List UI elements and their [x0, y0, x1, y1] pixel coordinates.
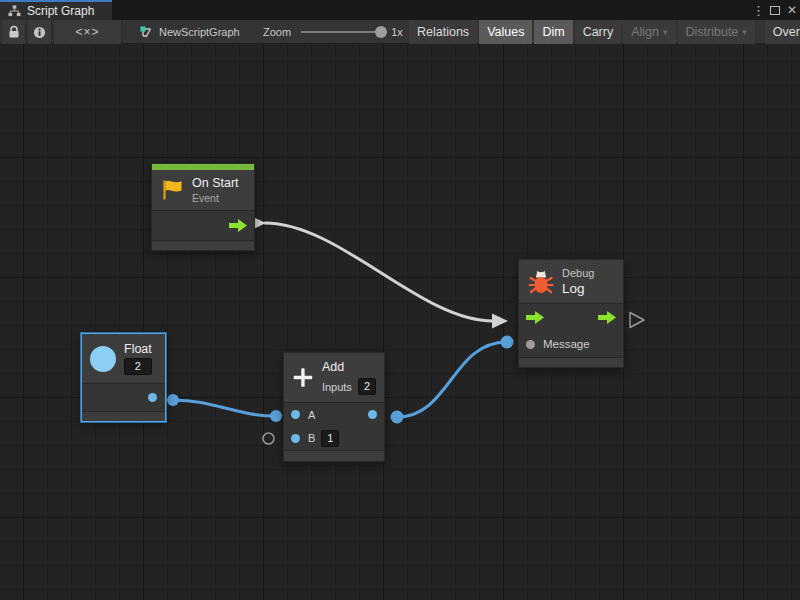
node-title: Add [322, 360, 376, 374]
toolbar-buttons: Relations Values Dim Carry Align ▾ Distr… [409, 20, 800, 44]
node-float-literal[interactable]: Float 2 [81, 333, 166, 422]
graph-canvas[interactable] [0, 44, 800, 600]
zoom-slider-track[interactable] [301, 31, 383, 33]
lock-icon [8, 25, 20, 39]
window-menu-icon[interactable]: ⋮ [752, 0, 765, 20]
zoom-value: 1x [391, 26, 403, 38]
add-input-a-port[interactable] [291, 410, 300, 419]
node-debug-log[interactable]: Debug Log Message [518, 259, 624, 368]
zoom-control: Zoom 1x [263, 20, 403, 44]
node-on-start-event[interactable]: On Start Event [151, 163, 255, 251]
info-button[interactable] [27, 20, 52, 44]
tab-script-graph[interactable]: Script Graph [0, 0, 112, 20]
exec-input-port[interactable] [526, 311, 544, 324]
dim-button[interactable]: Dim [534, 20, 572, 44]
float-circle-icon [90, 346, 116, 372]
node-footer [152, 241, 254, 250]
graph-hierarchy-icon [8, 5, 21, 17]
port-b-label: B [308, 432, 315, 444]
graph-name-label: NewScriptGraph [159, 26, 240, 38]
align-label: Align [631, 25, 659, 39]
values-button[interactable]: Values [479, 20, 532, 44]
float-output-port[interactable] [148, 393, 157, 402]
node-add[interactable]: Add Inputs 2 A B 1 [283, 352, 385, 462]
bug-icon [528, 269, 554, 295]
inputs-count-field[interactable]: 2 [358, 378, 376, 395]
plus-icon [292, 364, 314, 391]
code-preview-button[interactable]: <×> [53, 20, 122, 44]
node-title: Debug [562, 267, 594, 279]
graph-name-group[interactable]: NewScriptGraph [140, 20, 240, 44]
script-graph-asset-icon [140, 26, 153, 39]
chevron-down-icon: ▾ [663, 27, 668, 37]
window-close-icon[interactable]: ✕ [787, 0, 797, 20]
tab-title: Script Graph [27, 4, 94, 18]
exec-output-port[interactable] [229, 219, 247, 232]
carry-button[interactable]: Carry [575, 20, 622, 44]
node-subtitle: Event [192, 192, 239, 204]
chevron-down-icon: ▾ [742, 27, 747, 37]
port-b-value-field[interactable]: 1 [321, 430, 339, 447]
node-footer [519, 358, 623, 367]
tab-strip: Script Graph ⋮ ✕ [0, 0, 800, 20]
align-button[interactable]: Align ▾ [623, 20, 675, 44]
node-footer [82, 412, 165, 421]
add-input-b-port[interactable] [291, 434, 300, 443]
distribute-label: Distribute [686, 25, 739, 39]
port-a-label: A [308, 409, 315, 421]
node-footer [284, 451, 384, 461]
inputs-label: Inputs [322, 381, 352, 393]
lock-button[interactable] [1, 20, 26, 44]
add-output-port[interactable] [368, 410, 377, 419]
node-title: Float [124, 342, 152, 356]
zoom-label: Zoom [263, 26, 291, 38]
graph-toolbar: <×> NewScriptGraph Zoom 1x Relations Val… [0, 20, 800, 44]
message-label: Message [543, 338, 590, 350]
zoom-slider-knob[interactable] [375, 26, 387, 38]
exec-output-port[interactable] [598, 311, 616, 324]
flag-icon [160, 178, 184, 202]
overview-button[interactable]: Overview [765, 20, 800, 44]
window-maximize-icon[interactable] [770, 0, 780, 20]
message-input-port[interactable] [526, 340, 535, 349]
info-icon [33, 26, 46, 39]
float-value-field[interactable]: 2 [124, 358, 152, 375]
node-subtitle: Log [562, 281, 594, 296]
node-title: On Start [192, 176, 239, 190]
relations-button[interactable]: Relations [409, 20, 477, 44]
unity-script-graph-window: { "window": { "tab": { "title": "Script … [0, 0, 800, 600]
distribute-button[interactable]: Distribute ▾ [678, 20, 755, 44]
